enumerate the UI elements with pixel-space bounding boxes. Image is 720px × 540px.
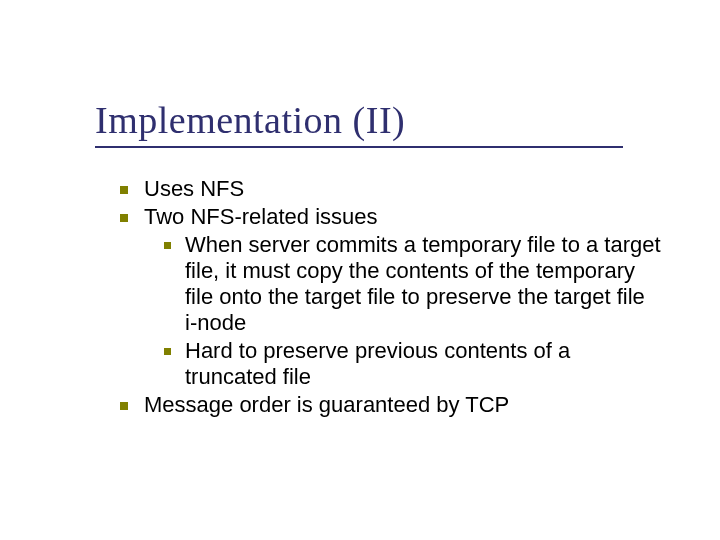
slide-title: Implementation (II) [95, 98, 720, 142]
square-bullet-icon [120, 402, 128, 410]
bullet-text: Uses NFS [144, 176, 662, 202]
slide-body: Uses NFS Two NFS-related issues When ser… [0, 148, 720, 418]
square-bullet-icon [120, 214, 128, 222]
list-item: Uses NFS [120, 176, 662, 202]
square-bullet-icon [164, 348, 171, 355]
list-item-sub: Hard to preserve previous contents of a … [164, 338, 662, 390]
slide: Implementation (II) Uses NFS Two NFS-rel… [0, 0, 720, 540]
list-item: Two NFS-related issues [120, 204, 662, 230]
list-item: Message order is guaranteed by TCP [120, 392, 662, 418]
square-bullet-icon [120, 186, 128, 194]
bullet-text: Hard to preserve previous contents of a … [185, 338, 662, 390]
list-item-sub: When server commits a temporary file to … [164, 232, 662, 336]
bullet-text: Message order is guaranteed by TCP [144, 392, 662, 418]
bullet-text: Two NFS-related issues [144, 204, 662, 230]
square-bullet-icon [164, 242, 171, 249]
bullet-text: When server commits a temporary file to … [185, 232, 662, 336]
title-area: Implementation (II) [0, 0, 720, 148]
